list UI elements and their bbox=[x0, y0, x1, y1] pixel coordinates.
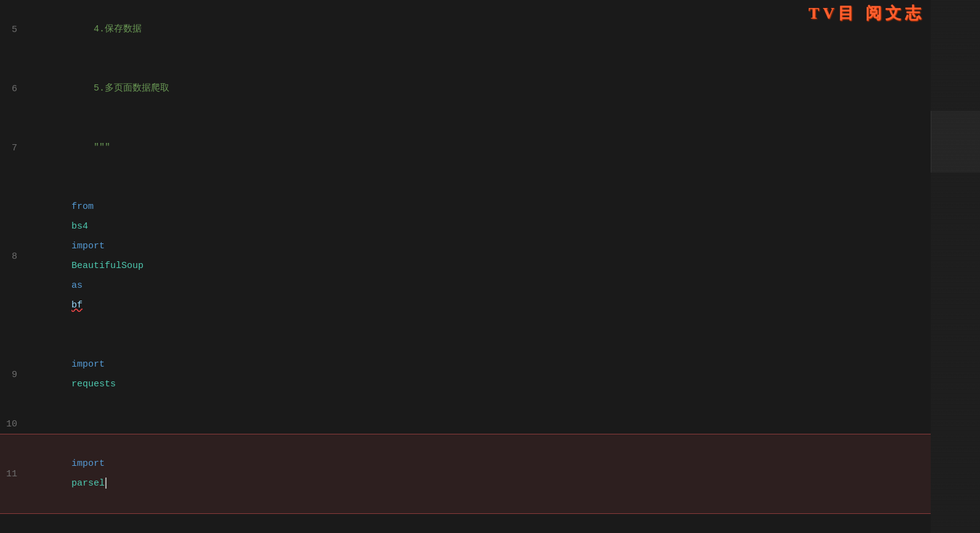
module-parsel: parsel bbox=[71, 478, 105, 489]
kw-as: as bbox=[71, 280, 88, 291]
line-num-10: 10 bbox=[0, 419, 25, 429]
line-num-6: 6 bbox=[0, 84, 25, 94]
line-num-5: 5 bbox=[0, 25, 25, 35]
code-line-5: 5 4.保存数据 bbox=[0, 0, 931, 59]
line-content-8: from bs4 import BeautifulSoup as bf bbox=[25, 177, 931, 335]
comment-5: 4.保存数据 bbox=[71, 24, 142, 35]
line-content-11: import parsel bbox=[25, 434, 931, 513]
line-content-6: 5.多页面数据爬取 bbox=[25, 59, 931, 118]
line-num-11: 11 bbox=[0, 469, 25, 479]
code-area[interactable]: 5 4.保存数据 6 5.多页面数据爬取 7 """ 8 from b bbox=[0, 0, 931, 533]
line-content-5: 4.保存数据 bbox=[25, 0, 931, 59]
kw-import-11: import bbox=[71, 458, 110, 469]
code-line-6: 6 5.多页面数据爬取 bbox=[0, 59, 931, 118]
line-content-7: """ bbox=[25, 118, 931, 177]
code-line-11[interactable]: 11 import parsel bbox=[0, 434, 931, 514]
line-num-7: 7 bbox=[0, 143, 25, 153]
code-line-10: 10 bbox=[0, 414, 931, 434]
minimap[interactable] bbox=[931, 0, 980, 533]
logo-text: TV目 阅文志 bbox=[808, 4, 925, 22]
alias-bf: bf bbox=[71, 300, 83, 311]
kw-from: from bbox=[71, 201, 99, 212]
kw-import: import bbox=[71, 241, 110, 251]
code-line-9: 9 import requests bbox=[0, 335, 931, 414]
text-cursor bbox=[105, 478, 107, 489]
line-num-8: 8 bbox=[0, 251, 25, 262]
code-line-12: 12 import csv bbox=[0, 514, 931, 533]
editor-container: TV目 阅文志 5 4.保存数据 6 5.多页面数据爬取 7 """ bbox=[0, 0, 980, 533]
comment-6: 5.多页面数据爬取 bbox=[71, 83, 169, 94]
line-content-9: import requests bbox=[25, 335, 931, 414]
line-content-10 bbox=[25, 414, 931, 434]
line-content-12: import csv bbox=[25, 514, 931, 533]
module-bs4: bs4 bbox=[71, 221, 94, 232]
docstring-7: """ bbox=[71, 142, 110, 153]
kw-import-9: import bbox=[71, 359, 110, 370]
code-line-8: 8 from bs4 import BeautifulSoup as bf bbox=[0, 177, 931, 335]
module-beautifulsoup: BeautifulSoup bbox=[71, 261, 149, 271]
code-line-7: 7 """ bbox=[0, 118, 931, 177]
module-requests: requests bbox=[71, 379, 116, 389]
line-num-9: 9 bbox=[0, 370, 25, 380]
